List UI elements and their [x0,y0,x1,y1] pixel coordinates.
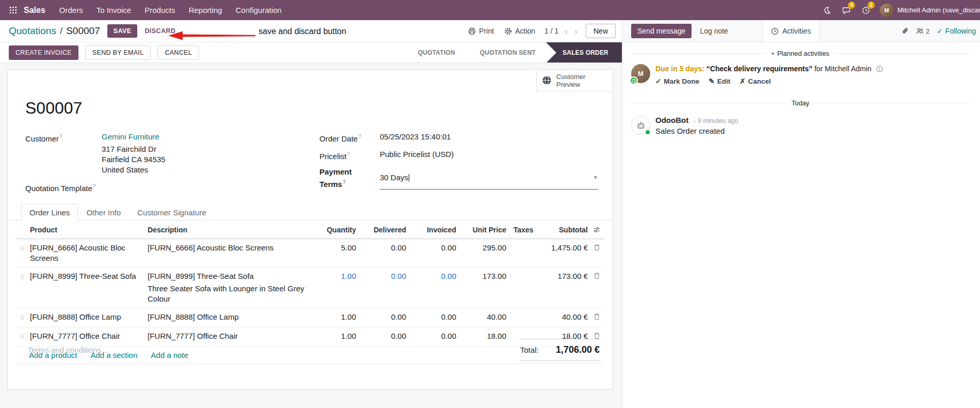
unit-price-cell[interactable]: 18.00 [457,327,507,345]
stage-quotation[interactable]: QUOTATION [404,42,465,62]
unit-price-cell[interactable]: 40.00 [457,308,507,326]
breadcrumb-quotations-link[interactable]: Quotations [9,25,56,37]
drag-handle-icon[interactable]: ⠿ [15,327,29,346]
taxes-cell[interactable] [507,308,537,316]
description-cell[interactable]: [FURN_7777] Office Chair [147,327,306,345]
cancel-button[interactable]: CANCEL [157,45,199,60]
send-message-button[interactable]: Send message [631,24,692,38]
quantity-cell[interactable]: 5.00 [306,239,357,257]
invoiced-cell[interactable]: 0.00 [407,239,457,257]
drag-handle-icon[interactable]: ⠿ [15,239,29,258]
quantity-cell[interactable]: 1.00 [306,327,357,345]
discard-button[interactable]: DISCARD [139,24,181,38]
edit-activity-button[interactable]: ✎Edit [709,77,730,85]
following-button[interactable]: ✓ Following [937,27,976,35]
info-icon[interactable] [876,66,883,72]
delivered-cell[interactable]: 0.00 [357,308,407,326]
description-cell[interactable]: [FURN_6666] Acoustic Bloc Screens [147,239,306,257]
new-button[interactable]: New [586,24,616,38]
description-text: [FURN_8888] Office Lamp [148,312,304,322]
product-cell[interactable]: [FURN_8999] Three-Seat Sofa [29,268,147,285]
tab-order-lines[interactable]: Order Lines [21,204,78,221]
terms-placeholder[interactable]: Terms and conditions... [28,346,107,354]
attachment-button[interactable] [901,27,909,35]
column-header-product[interactable]: Product [29,221,147,239]
column-header-quantity[interactable]: Quantity [306,221,357,239]
messages-button[interactable]: 4 [837,0,856,20]
column-header-subtotal[interactable]: Subtotal [537,221,589,239]
add-note-link[interactable]: Add a note [151,351,188,359]
dropdown-caret-icon[interactable]: ▼ [593,172,598,183]
followers-button[interactable]: 2 [916,27,929,35]
apps-menu-icon[interactable] [5,0,21,20]
action-button[interactable]: Action [500,24,539,38]
description-cell[interactable]: [FURN_8888] Office Lamp [147,308,306,326]
order-date-value[interactable]: 05/25/2023 15:40:01 [380,132,451,144]
menu-item-orders[interactable]: Orders [53,0,90,20]
cancel-activity-button[interactable]: ✗Cancel [740,77,771,85]
payment-terms-field[interactable]: 30 Days ▼ [380,167,598,190]
quantity-cell[interactable]: 1.00 [306,268,357,285]
planned-activities-toggle[interactable]: ▾ Planned activities [772,50,829,57]
send-by-email-button[interactable]: SEND BY EMAIL [85,45,151,60]
log-note-button[interactable]: Log note [694,24,734,38]
column-header-unit-price[interactable]: Unit Price [457,221,507,239]
order-line-row[interactable]: ⠿ [FURN_6666] Acoustic Bloc Screens [FUR… [15,239,604,268]
description-cell[interactable]: [FURN_8999] Three-Seat SofaThree Seater … [147,268,306,308]
tab-activities[interactable]: Activities [762,20,820,42]
quantity-cell[interactable]: 1.00 [306,308,357,326]
delivered-cell[interactable]: 0.00 [357,327,407,345]
pricelist-value[interactable]: Public Pricelist (USD) [380,149,454,162]
product-cell[interactable]: [FURN_8888] Office Lamp [29,308,147,326]
invoiced-cell[interactable]: 0.00 [407,308,457,326]
drag-handle-icon[interactable]: ⠿ [15,308,29,327]
pager-next-icon[interactable]: › [574,26,577,36]
user-name[interactable]: Mitchell Admin (save_discar [897,6,980,14]
menu-item-to-invoice[interactable]: To Invoice [90,0,138,20]
delete-row-icon[interactable] [589,308,604,324]
tab-other-info[interactable]: Other Info [78,204,129,221]
invoiced-cell[interactable]: 0.00 [407,327,457,345]
delivered-cell[interactable]: 0.00 [357,239,407,257]
dark-mode-icon[interactable] [817,0,837,20]
product-cell[interactable]: [FURN_6666] Acoustic Bloc Screens [29,239,147,267]
column-header-taxes[interactable]: Taxes [507,221,537,239]
menu-item-reporting[interactable]: Reporting [182,0,229,20]
user-avatar[interactable]: M [880,4,893,17]
customer-preview-button[interactable]: Customer Preview [536,70,613,91]
product-cell[interactable]: [FURN_7777] Office Chair [29,327,147,345]
column-header-delivered[interactable]: Delivered [357,221,407,239]
print-button[interactable]: Print [464,24,498,38]
unit-price-cell[interactable]: 173.00 [457,268,507,285]
order-line-row[interactable]: ⠿ [FURN_8888] Office Lamp [FURN_8888] Of… [15,308,604,327]
unit-price-cell[interactable]: 295.00 [457,239,507,257]
menu-item-configuration[interactable]: Configuration [229,0,288,20]
order-line-row[interactable]: ⠿ [FURN_7777] Office Chair [FURN_7777] O… [15,327,604,347]
optional-columns-icon[interactable] [589,221,604,237]
invoiced-cell[interactable]: 0.00 [407,268,457,285]
order-line-row[interactable]: ⠿ [FURN_8999] Three-Seat Sofa [FURN_8999… [15,268,604,308]
create-invoice-button[interactable]: CREATE INVOICE [9,45,78,60]
drag-handle-icon[interactable]: ⠿ [15,268,29,286]
column-header-description[interactable]: Description [147,221,306,239]
delivered-cell[interactable]: 0.00 [357,268,407,285]
pager-prev-icon[interactable]: ‹ [565,26,568,36]
app-name[interactable]: Sales [24,6,45,15]
activities-button[interactable]: 2 [856,0,876,20]
taxes-cell[interactable] [507,268,537,275]
mark-done-button[interactable]: ✓Mark Done [655,77,699,85]
tab-customer-signature[interactable]: Customer Signature [129,204,214,221]
message-author[interactable]: OdooBot [655,116,688,124]
chatter-topbar: Send message Log note Activities 2 ✓ Fol… [622,20,980,42]
save-button[interactable]: SAVE [107,24,138,38]
column-header-invoiced[interactable]: Invoiced [407,221,457,239]
customer-name-link[interactable]: Gemini Furniture [102,132,159,144]
stage-quotation-sent[interactable]: QUOTATION SENT [465,42,546,62]
record-title[interactable]: S00007 [25,99,82,118]
taxes-cell[interactable] [507,239,537,246]
delete-row-icon[interactable] [589,268,604,283]
delete-row-icon[interactable] [589,239,604,255]
stage-sales-order[interactable]: SALES ORDER [546,42,622,62]
taxes-cell[interactable] [507,327,537,335]
menu-item-products[interactable]: Products [138,0,182,20]
